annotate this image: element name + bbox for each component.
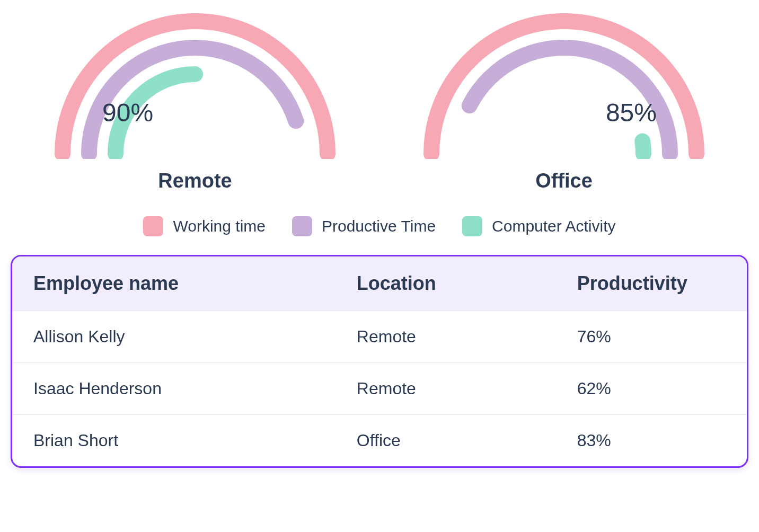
gauge-remote: 90% Remote: [47, 11, 343, 192]
legend-item-working-time: Working time: [143, 216, 266, 236]
legend-label: Productive Time: [322, 217, 436, 235]
cell-location: Remote: [336, 311, 556, 363]
table-header-row: Employee name Location Productivity: [12, 256, 747, 311]
col-productivity: Productivity: [556, 256, 747, 311]
legend-label: Working time: [173, 217, 266, 235]
cell-productivity: 62%: [556, 363, 747, 415]
legend-swatch: [143, 216, 163, 236]
gauges-row: 90% Remote 85% Office: [11, 11, 748, 192]
legend-swatch: [292, 216, 312, 236]
legend-label: Computer Activity: [492, 217, 615, 235]
legend-item-computer-activity: Computer Activity: [462, 216, 615, 236]
arc-computer_activity: [642, 141, 643, 154]
legend-item-productive-time: Productive Time: [292, 216, 436, 236]
cell-location: Office: [336, 415, 556, 467]
cell-name: Allison Kelly: [12, 311, 336, 363]
employee-table: Employee name Location Productivity Alli…: [12, 256, 747, 466]
cell-productivity: 83%: [556, 415, 747, 467]
cell-location: Remote: [336, 363, 556, 415]
gauge-remote-arcs: [47, 11, 343, 159]
gauge-remote-title: Remote: [158, 170, 232, 192]
col-location: Location: [336, 256, 556, 311]
employee-table-card: Employee name Location Productivity Alli…: [11, 255, 748, 468]
gauge-office-title: Office: [535, 170, 593, 192]
gauge-remote-percent: 90%: [102, 98, 153, 127]
cell-name: Brian Short: [12, 415, 336, 467]
table-row: Brian ShortOffice83%: [12, 415, 747, 467]
cell-productivity: 76%: [556, 311, 747, 363]
table-row: Allison KellyRemote76%: [12, 311, 747, 363]
col-employee-name: Employee name: [12, 256, 336, 311]
gauge-office-arcs: [416, 11, 712, 159]
cell-name: Isaac Henderson: [12, 363, 336, 415]
legend: Working time Productive Time Computer Ac…: [11, 216, 748, 236]
legend-swatch: [462, 216, 482, 236]
gauge-office: 85% Office: [416, 11, 712, 192]
table-row: Isaac HendersonRemote62%: [12, 363, 747, 415]
gauge-office-percent: 85%: [606, 98, 657, 127]
